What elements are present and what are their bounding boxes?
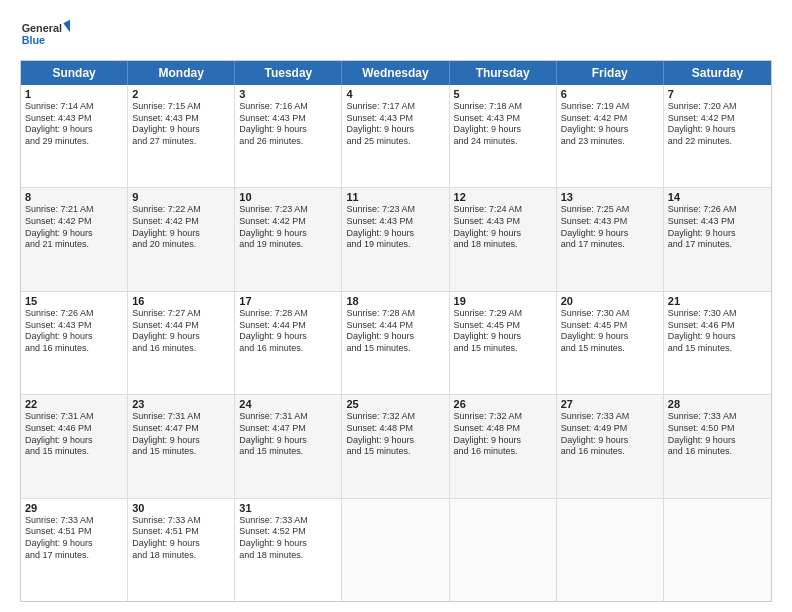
header-day-saturday: Saturday: [664, 61, 771, 85]
day-info: Sunrise: 7:24 AM Sunset: 4:43 PM Dayligh…: [454, 204, 552, 251]
day-info: Sunrise: 7:33 AM Sunset: 4:52 PM Dayligh…: [239, 515, 337, 562]
calendar-week-4: 22Sunrise: 7:31 AM Sunset: 4:46 PM Dayli…: [21, 395, 771, 498]
day-info: Sunrise: 7:27 AM Sunset: 4:44 PM Dayligh…: [132, 308, 230, 355]
calendar-day-empty: [342, 499, 449, 601]
day-number: 31: [239, 502, 337, 514]
day-info: Sunrise: 7:29 AM Sunset: 4:45 PM Dayligh…: [454, 308, 552, 355]
calendar-day-26: 26Sunrise: 7:32 AM Sunset: 4:48 PM Dayli…: [450, 395, 557, 497]
day-info: Sunrise: 7:31 AM Sunset: 4:46 PM Dayligh…: [25, 411, 123, 458]
day-info: Sunrise: 7:32 AM Sunset: 4:48 PM Dayligh…: [346, 411, 444, 458]
calendar-day-9: 9Sunrise: 7:22 AM Sunset: 4:42 PM Daylig…: [128, 188, 235, 290]
day-info: Sunrise: 7:19 AM Sunset: 4:42 PM Dayligh…: [561, 101, 659, 148]
calendar-day-empty: [450, 499, 557, 601]
calendar-day-empty: [664, 499, 771, 601]
day-info: Sunrise: 7:33 AM Sunset: 4:50 PM Dayligh…: [668, 411, 767, 458]
day-info: Sunrise: 7:30 AM Sunset: 4:46 PM Dayligh…: [668, 308, 767, 355]
calendar-day-25: 25Sunrise: 7:32 AM Sunset: 4:48 PM Dayli…: [342, 395, 449, 497]
day-number: 19: [454, 295, 552, 307]
logo-svg: General Blue: [20, 16, 70, 52]
calendar-day-23: 23Sunrise: 7:31 AM Sunset: 4:47 PM Dayli…: [128, 395, 235, 497]
day-info: Sunrise: 7:30 AM Sunset: 4:45 PM Dayligh…: [561, 308, 659, 355]
day-number: 29: [25, 502, 123, 514]
day-number: 2: [132, 88, 230, 100]
calendar-day-22: 22Sunrise: 7:31 AM Sunset: 4:46 PM Dayli…: [21, 395, 128, 497]
calendar-week-5: 29Sunrise: 7:33 AM Sunset: 4:51 PM Dayli…: [21, 499, 771, 601]
calendar-day-5: 5Sunrise: 7:18 AM Sunset: 4:43 PM Daylig…: [450, 85, 557, 187]
calendar-day-7: 7Sunrise: 7:20 AM Sunset: 4:42 PM Daylig…: [664, 85, 771, 187]
day-info: Sunrise: 7:28 AM Sunset: 4:44 PM Dayligh…: [346, 308, 444, 355]
day-info: Sunrise: 7:33 AM Sunset: 4:49 PM Dayligh…: [561, 411, 659, 458]
svg-text:Blue: Blue: [22, 34, 45, 46]
calendar-day-17: 17Sunrise: 7:28 AM Sunset: 4:44 PM Dayli…: [235, 292, 342, 394]
calendar-body: 1Sunrise: 7:14 AM Sunset: 4:43 PM Daylig…: [21, 85, 771, 601]
day-number: 12: [454, 191, 552, 203]
day-number: 21: [668, 295, 767, 307]
header-day-friday: Friday: [557, 61, 664, 85]
day-info: Sunrise: 7:23 AM Sunset: 4:43 PM Dayligh…: [346, 204, 444, 251]
day-number: 28: [668, 398, 767, 410]
day-number: 9: [132, 191, 230, 203]
day-number: 1: [25, 88, 123, 100]
day-info: Sunrise: 7:15 AM Sunset: 4:43 PM Dayligh…: [132, 101, 230, 148]
calendar-day-12: 12Sunrise: 7:24 AM Sunset: 4:43 PM Dayli…: [450, 188, 557, 290]
calendar-day-empty: [557, 499, 664, 601]
day-number: 5: [454, 88, 552, 100]
day-info: Sunrise: 7:17 AM Sunset: 4:43 PM Dayligh…: [346, 101, 444, 148]
calendar-day-24: 24Sunrise: 7:31 AM Sunset: 4:47 PM Dayli…: [235, 395, 342, 497]
page: General Blue SundayMondayTuesdayWednesda…: [0, 0, 792, 612]
day-number: 13: [561, 191, 659, 203]
calendar-day-4: 4Sunrise: 7:17 AM Sunset: 4:43 PM Daylig…: [342, 85, 449, 187]
calendar-day-15: 15Sunrise: 7:26 AM Sunset: 4:43 PM Dayli…: [21, 292, 128, 394]
day-info: Sunrise: 7:23 AM Sunset: 4:42 PM Dayligh…: [239, 204, 337, 251]
svg-text:General: General: [22, 22, 62, 34]
day-info: Sunrise: 7:26 AM Sunset: 4:43 PM Dayligh…: [25, 308, 123, 355]
day-info: Sunrise: 7:18 AM Sunset: 4:43 PM Dayligh…: [454, 101, 552, 148]
day-info: Sunrise: 7:31 AM Sunset: 4:47 PM Dayligh…: [239, 411, 337, 458]
day-number: 27: [561, 398, 659, 410]
calendar-day-27: 27Sunrise: 7:33 AM Sunset: 4:49 PM Dayli…: [557, 395, 664, 497]
calendar-day-21: 21Sunrise: 7:30 AM Sunset: 4:46 PM Dayli…: [664, 292, 771, 394]
calendar-day-19: 19Sunrise: 7:29 AM Sunset: 4:45 PM Dayli…: [450, 292, 557, 394]
calendar-day-10: 10Sunrise: 7:23 AM Sunset: 4:42 PM Dayli…: [235, 188, 342, 290]
calendar-day-14: 14Sunrise: 7:26 AM Sunset: 4:43 PM Dayli…: [664, 188, 771, 290]
day-number: 3: [239, 88, 337, 100]
day-info: Sunrise: 7:26 AM Sunset: 4:43 PM Dayligh…: [668, 204, 767, 251]
day-info: Sunrise: 7:16 AM Sunset: 4:43 PM Dayligh…: [239, 101, 337, 148]
calendar-day-13: 13Sunrise: 7:25 AM Sunset: 4:43 PM Dayli…: [557, 188, 664, 290]
calendar-day-6: 6Sunrise: 7:19 AM Sunset: 4:42 PM Daylig…: [557, 85, 664, 187]
calendar-day-8: 8Sunrise: 7:21 AM Sunset: 4:42 PM Daylig…: [21, 188, 128, 290]
header-day-thursday: Thursday: [450, 61, 557, 85]
day-info: Sunrise: 7:25 AM Sunset: 4:43 PM Dayligh…: [561, 204, 659, 251]
day-number: 18: [346, 295, 444, 307]
day-number: 8: [25, 191, 123, 203]
day-number: 30: [132, 502, 230, 514]
calendar-day-29: 29Sunrise: 7:33 AM Sunset: 4:51 PM Dayli…: [21, 499, 128, 601]
logo: General Blue: [20, 16, 70, 52]
calendar-header: SundayMondayTuesdayWednesdayThursdayFrid…: [21, 61, 771, 85]
day-number: 16: [132, 295, 230, 307]
day-number: 7: [668, 88, 767, 100]
day-number: 11: [346, 191, 444, 203]
calendar-day-20: 20Sunrise: 7:30 AM Sunset: 4:45 PM Dayli…: [557, 292, 664, 394]
header-day-sunday: Sunday: [21, 61, 128, 85]
calendar-day-30: 30Sunrise: 7:33 AM Sunset: 4:51 PM Dayli…: [128, 499, 235, 601]
calendar-day-28: 28Sunrise: 7:33 AM Sunset: 4:50 PM Dayli…: [664, 395, 771, 497]
header-day-monday: Monday: [128, 61, 235, 85]
calendar-week-3: 15Sunrise: 7:26 AM Sunset: 4:43 PM Dayli…: [21, 292, 771, 395]
day-number: 15: [25, 295, 123, 307]
calendar-day-18: 18Sunrise: 7:28 AM Sunset: 4:44 PM Dayli…: [342, 292, 449, 394]
day-info: Sunrise: 7:32 AM Sunset: 4:48 PM Dayligh…: [454, 411, 552, 458]
day-number: 20: [561, 295, 659, 307]
day-number: 25: [346, 398, 444, 410]
calendar-day-16: 16Sunrise: 7:27 AM Sunset: 4:44 PM Dayli…: [128, 292, 235, 394]
calendar-day-1: 1Sunrise: 7:14 AM Sunset: 4:43 PM Daylig…: [21, 85, 128, 187]
day-info: Sunrise: 7:22 AM Sunset: 4:42 PM Dayligh…: [132, 204, 230, 251]
day-info: Sunrise: 7:14 AM Sunset: 4:43 PM Dayligh…: [25, 101, 123, 148]
day-info: Sunrise: 7:31 AM Sunset: 4:47 PM Dayligh…: [132, 411, 230, 458]
calendar-day-2: 2Sunrise: 7:15 AM Sunset: 4:43 PM Daylig…: [128, 85, 235, 187]
day-info: Sunrise: 7:33 AM Sunset: 4:51 PM Dayligh…: [25, 515, 123, 562]
svg-marker-2: [63, 20, 70, 33]
calendar-day-11: 11Sunrise: 7:23 AM Sunset: 4:43 PM Dayli…: [342, 188, 449, 290]
day-number: 4: [346, 88, 444, 100]
day-info: Sunrise: 7:33 AM Sunset: 4:51 PM Dayligh…: [132, 515, 230, 562]
